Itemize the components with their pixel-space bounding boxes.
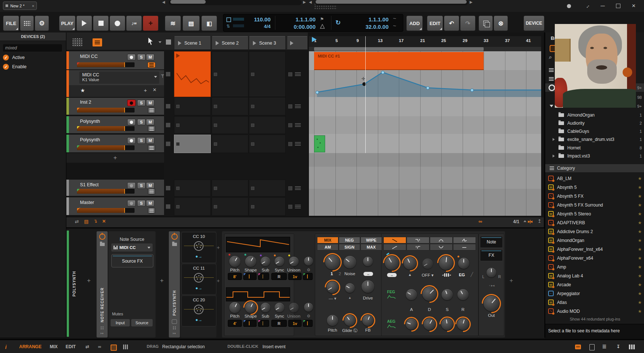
- osc2-pitch-knob[interactable]: [229, 302, 240, 313]
- favorites-star-icon[interactable]: ★: [80, 87, 85, 93]
- favorite-star-icon[interactable]: ★: [638, 229, 642, 234]
- favorite-star-icon[interactable]: ★: [638, 291, 642, 296]
- favorite-star-icon[interactable]: ★: [638, 264, 642, 270]
- track-header-polysynth[interactable]: PolysynthSM: [66, 116, 164, 134]
- mute-source-button[interactable]: Source: [131, 319, 153, 326]
- add-button[interactable]: ADD: [406, 15, 423, 31]
- remove-lane-icon[interactable]: ✕: [153, 87, 157, 93]
- arranger-row[interactable]: [309, 134, 541, 153]
- launcher-clip-midi-cc[interactable]: [174, 51, 211, 97]
- fullscreen-icon[interactable]: ↔: [581, 0, 593, 12]
- insert-fx-button[interactable]: +: [217, 278, 221, 284]
- browser-folder-row[interactable]: excite_snare_drum.vst31: [545, 135, 644, 144]
- track-name[interactable]: S1 Effect: [80, 182, 99, 187]
- track-name[interactable]: MIDI CC: [80, 54, 98, 59]
- insert-device-button[interactable]: +: [87, 277, 94, 284]
- close-icon[interactable]: ×: [627, 0, 640, 12]
- cc-module-cc-20[interactable]: CC 20●→: [181, 295, 216, 326]
- show-redundant-link[interactable]: Show 44 redundant plug-ins: [545, 317, 644, 321]
- volume-fader[interactable]: [77, 126, 135, 131]
- osc2-unison-knob[interactable]: [289, 303, 299, 312]
- solo-button[interactable]: S: [137, 119, 146, 125]
- aeg-s-knob[interactable]: [441, 318, 453, 330]
- expand-triangle-icon[interactable]: [550, 105, 553, 107]
- osc-octave-value[interactable]: 4': [228, 320, 242, 327]
- stop-button[interactable]: [93, 15, 109, 31]
- plugin-row-absynth-5-stereo[interactable]: ▤Absynth 5 Stereo★: [545, 210, 644, 218]
- arranger-row[interactable]: [309, 153, 541, 167]
- search-icon[interactable]: ⌕: [549, 54, 552, 60]
- filter-type-button-5[interactable]: [407, 244, 429, 250]
- filter-type-button-0[interactable]: [383, 237, 406, 243]
- plugin-row-audio-mod[interactable]: ∿Audio MOD★: [545, 307, 644, 315]
- arranger-row[interactable]: [309, 167, 541, 189]
- record-arm-button[interactable]: [127, 119, 136, 125]
- plugin-row-alphaforever-x64[interactable]: ∿AlphaForever_x64★: [545, 254, 644, 262]
- settings-gear-icon[interactable]: ⚙: [35, 15, 49, 31]
- automation-write-icon[interactable]: ♪w: [126, 15, 142, 31]
- record-arm-button[interactable]: [127, 137, 136, 144]
- clip-slot[interactable]: [249, 180, 286, 197]
- midi-din-icon[interactable]: [194, 241, 203, 251]
- favorite-star-icon[interactable]: ★: [638, 282, 642, 287]
- device-drag-grip-icon[interactable]: [100, 326, 104, 330]
- filter-option-enable[interactable]: ✓ Enable: [3, 63, 27, 70]
- clip-stop-button[interactable]: [166, 123, 170, 127]
- osc1-sync-knob[interactable]: [275, 257, 284, 266]
- pan-lr-knob[interactable]: [487, 268, 496, 277]
- osc2-sub-knob[interactable]: [261, 303, 270, 312]
- clip-slot[interactable]: [249, 197, 286, 216]
- scene-play-icon[interactable]: [253, 41, 256, 45]
- filter-key-knob[interactable]: [458, 258, 469, 269]
- device-view-button[interactable]: DEVICE: [523, 15, 544, 31]
- osc2-stereo-knob[interactable]: [304, 303, 313, 312]
- browser-folder-row[interactable]: CableGuys1: [545, 127, 644, 136]
- scene-tab-3[interactable]: Scene 3: [249, 36, 286, 50]
- osc-sub-slider[interactable]: [258, 320, 269, 327]
- solo-button[interactable]: S: [137, 137, 146, 144]
- clip-slot-selected[interactable]: [174, 135, 211, 153]
- solo-button[interactable]: S: [137, 200, 146, 207]
- clip-slot[interactable]: [249, 135, 286, 153]
- clip-slot[interactable]: [174, 197, 211, 216]
- launcher-scroll-thumb[interactable]: [170, 0, 206, 4]
- feg-a-knob[interactable]: [406, 289, 417, 300]
- arranger-scroll-thumb[interactable]: [316, 0, 467, 4]
- osc-shape-slider[interactable]: [243, 320, 257, 327]
- export-to-arranger-icon[interactable]: ↥: [537, 218, 542, 224]
- stop-all-clips-button[interactable]: [166, 39, 171, 45]
- device-tab-note-receiver[interactable]: NOTE RECEIVER↦: [97, 231, 108, 338]
- arranger-clip-notes[interactable]: [314, 135, 325, 152]
- favorite-star-icon[interactable]: ★: [638, 309, 642, 314]
- view-tab-mix[interactable]: MIX: [50, 344, 58, 349]
- mute-button[interactable]: M: [146, 137, 154, 144]
- osc1-sub-knob[interactable]: [261, 257, 270, 266]
- play-button[interactable]: [76, 15, 92, 31]
- clip-slot[interactable]: [212, 197, 248, 216]
- osc1-waveform-display[interactable]: [226, 237, 290, 252]
- plugin-row-adaptiverb[interactable]: ∿ADAPTIVERB★: [545, 218, 644, 227]
- volume-fader[interactable]: [77, 208, 135, 213]
- dashboard-button[interactable]: [20, 15, 34, 31]
- arranger-row[interactable]: [309, 189, 541, 216]
- insert-fx-button[interactable]: +: [217, 245, 221, 250]
- fb-knob[interactable]: [362, 315, 373, 326]
- snap-icon[interactable]: ▸|◂: [528, 219, 532, 224]
- osc-sub-slider[interactable]: [258, 273, 269, 280]
- scene-tab-1[interactable]: Scene 1: [174, 36, 211, 50]
- scene-tab-next-partial[interactable]: [287, 36, 308, 50]
- track-header-s1-effect[interactable]: S1 EffectSM↴: [66, 180, 164, 197]
- plugin-row-analog-lab-4[interactable]: ▤Analog Lab 4★: [545, 271, 644, 280]
- record-arm-button[interactable]: [127, 182, 136, 189]
- time-signature-value[interactable]: 4/4: [246, 24, 271, 29]
- mixer-panel-icon[interactable]: ☰: [602, 344, 606, 349]
- scene-play-icon[interactable]: [216, 41, 219, 45]
- expand-arrow-icon[interactable]: [553, 138, 555, 141]
- launcher-scroll-left-icon[interactable]: ◀: [162, 0, 165, 4]
- track-header-master[interactable]: MasterSM♔: [66, 197, 164, 216]
- duplicate-icon[interactable]: [478, 15, 493, 31]
- osc-unison-slider[interactable]: [303, 273, 313, 280]
- inspector-panel-icon[interactable]: [575, 345, 581, 349]
- aeg-a-knob[interactable]: [406, 319, 417, 330]
- clip-play-icon[interactable]: [176, 53, 180, 58]
